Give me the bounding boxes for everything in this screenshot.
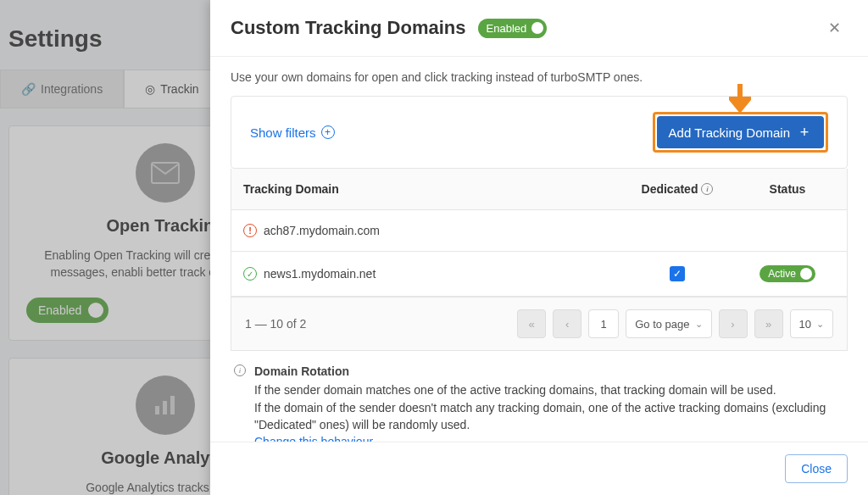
plus-circle-icon: +: [321, 125, 335, 139]
modal-title: Custom Tracking Domains: [231, 17, 466, 39]
add-tracking-domain-button[interactable]: Add Tracking Domain +: [657, 116, 824, 148]
goto-page-select[interactable]: Go to page ⌄: [626, 309, 711, 338]
change-behaviour-link[interactable]: Change this behaviour: [254, 435, 373, 442]
status-label: Active: [768, 268, 796, 280]
modal-footer: Close: [210, 442, 868, 495]
pager-first-button[interactable]: «: [517, 309, 546, 338]
table-row[interactable]: ! ach87.mydomain.com: [231, 210, 847, 252]
plus-icon: +: [797, 125, 812, 140]
pager-range: 1 — 10 of 2: [245, 317, 306, 331]
info-icon[interactable]: i: [701, 183, 713, 195]
domain-cell: ach87.mydomain.com: [264, 224, 380, 237]
modal-body: Use your own domains for open and click …: [210, 57, 868, 442]
col-header-domain: Tracking Domain: [231, 169, 626, 209]
check-icon: ✓: [243, 267, 257, 281]
note-line: If the sender domain matches one of the …: [254, 381, 844, 398]
arrow-down-icon: [729, 84, 751, 113]
toggle-knob: [531, 22, 543, 34]
chevron-down-icon: ⌄: [695, 319, 703, 330]
close-icon[interactable]: ✕: [821, 15, 848, 41]
col-header-dedicated: Dedicated i: [626, 169, 728, 209]
pager-next-button[interactable]: ›: [719, 309, 748, 338]
show-filters-label: Show filters: [250, 125, 316, 140]
close-button[interactable]: Close: [785, 454, 848, 483]
custom-tracking-domains-modal: Custom Tracking Domains Enabled ✕ Use yo…: [210, 0, 868, 495]
toggle-knob: [800, 268, 812, 280]
note-title: Domain Rotation: [254, 363, 844, 380]
pager-page-input[interactable]: [588, 309, 619, 338]
domain-cell: news1.mydomain.net: [264, 267, 376, 281]
status-active-toggle[interactable]: Active: [760, 265, 815, 282]
feature-enabled-toggle[interactable]: Enabled: [478, 19, 548, 38]
intro-text: Use your own domains for open and click …: [231, 70, 848, 84]
tracking-domains-table: Tracking Domain Dedicated i Status ! ach…: [231, 169, 848, 298]
table-row[interactable]: ✓ news1.mydomain.net ✓ Active: [231, 252, 847, 297]
filter-bar: Show filters + Add Tracking Domain +: [231, 96, 848, 169]
pager-last-button[interactable]: »: [754, 309, 783, 338]
toggle-label: Enabled: [487, 22, 527, 35]
error-icon: !: [243, 224, 257, 237]
pagination-bar: 1 — 10 of 2 « ‹ Go to page ⌄ › » 10 ⌄: [231, 298, 848, 351]
status-cell: [728, 217, 847, 244]
note-line: If the domain of the sender doesn't matc…: [254, 399, 844, 434]
modal-header: Custom Tracking Domains Enabled ✕: [210, 0, 868, 57]
add-button-highlight: Add Tracking Domain +: [653, 112, 828, 153]
page-size-select[interactable]: 10 ⌄: [790, 309, 833, 338]
show-filters-link[interactable]: Show filters +: [250, 125, 335, 140]
button-label: Add Tracking Domain: [669, 125, 790, 140]
pager-prev-button[interactable]: ‹: [553, 309, 581, 338]
chevron-down-icon: ⌄: [816, 319, 824, 330]
domain-rotation-note: i Domain Rotation If the sender domain m…: [231, 351, 848, 442]
dedicated-cell: [626, 217, 728, 244]
table-header: Tracking Domain Dedicated i Status: [231, 169, 847, 210]
col-header-status: Status: [728, 169, 847, 209]
info-icon: i: [234, 364, 246, 376]
dedicated-checkbox[interactable]: ✓: [670, 266, 685, 281]
